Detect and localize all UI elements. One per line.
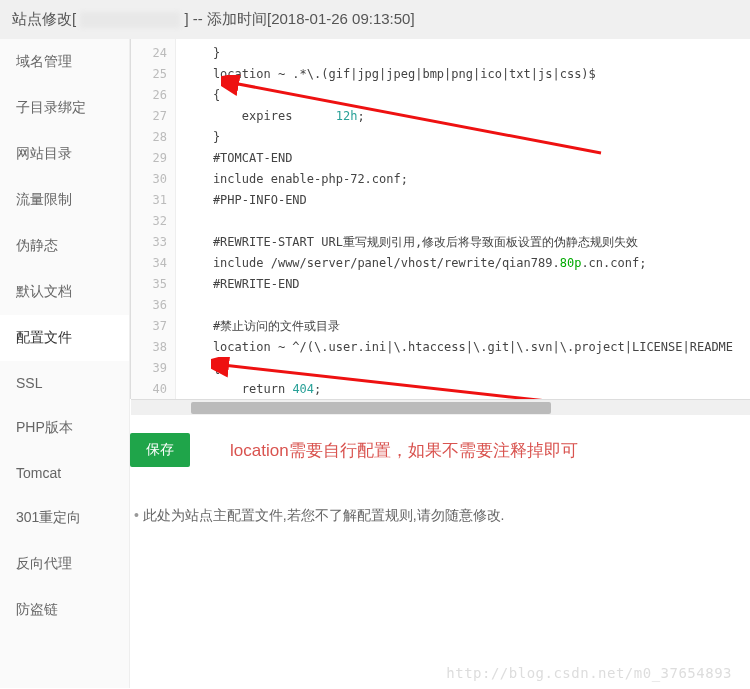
annotation-text: location需要自行配置，如果不需要注释掉即可: [230, 439, 578, 462]
save-button[interactable]: 保存: [130, 433, 190, 467]
sidebar-item[interactable]: 子目录绑定: [0, 85, 129, 131]
sidebar-item[interactable]: 反向代理: [0, 541, 129, 587]
header-suffix: ] -- 添加时间[2018-01-26 09:13:50]: [185, 10, 415, 27]
sidebar-item[interactable]: 默认文档: [0, 269, 129, 315]
sidebar: 域名管理子目录绑定网站目录流量限制伪静态默认文档配置文件SSLPHP版本Tomc…: [0, 39, 130, 688]
dialog-header: 站点修改[ ] -- 添加时间[2018-01-26 09:13:50]: [0, 0, 750, 39]
sidebar-item[interactable]: PHP版本: [0, 405, 129, 451]
sidebar-item[interactable]: 伪静态: [0, 223, 129, 269]
sidebar-item[interactable]: 防盗链: [0, 587, 129, 633]
sidebar-item[interactable]: 301重定向: [0, 495, 129, 541]
footer-note: 此处为站点主配置文件,若您不了解配置规则,请勿随意修改.: [130, 507, 730, 525]
sidebar-item[interactable]: 流量限制: [0, 177, 129, 223]
code-area[interactable]: } location ~ .*\.(gif|jpg|jpeg|bmp|png|i…: [176, 39, 750, 399]
sidebar-item[interactable]: 网站目录: [0, 131, 129, 177]
header-prefix: 站点修改[: [12, 10, 76, 27]
below-editor: 保存 location需要自行配置，如果不需要注释掉即可 此处为站点主配置文件,…: [130, 415, 750, 525]
main: 域名管理子目录绑定网站目录流量限制伪静态默认文档配置文件SSLPHP版本Tomc…: [0, 39, 750, 688]
watermark: http://blog.csdn.net/m0_37654893: [446, 665, 732, 681]
header-sitename-redacted: [80, 12, 180, 28]
sidebar-item[interactable]: 域名管理: [0, 39, 129, 85]
sidebar-item[interactable]: 配置文件: [0, 315, 129, 361]
code-editor[interactable]: 242526272829303132333435363738394041 } l…: [130, 39, 750, 399]
sidebar-item[interactable]: SSL: [0, 361, 129, 405]
horizontal-scrollbar[interactable]: [131, 399, 750, 415]
line-gutter: 242526272829303132333435363738394041: [131, 39, 176, 399]
content: 242526272829303132333435363738394041 } l…: [130, 39, 750, 688]
scrollbar-thumb[interactable]: [191, 402, 551, 414]
sidebar-item[interactable]: Tomcat: [0, 451, 129, 495]
